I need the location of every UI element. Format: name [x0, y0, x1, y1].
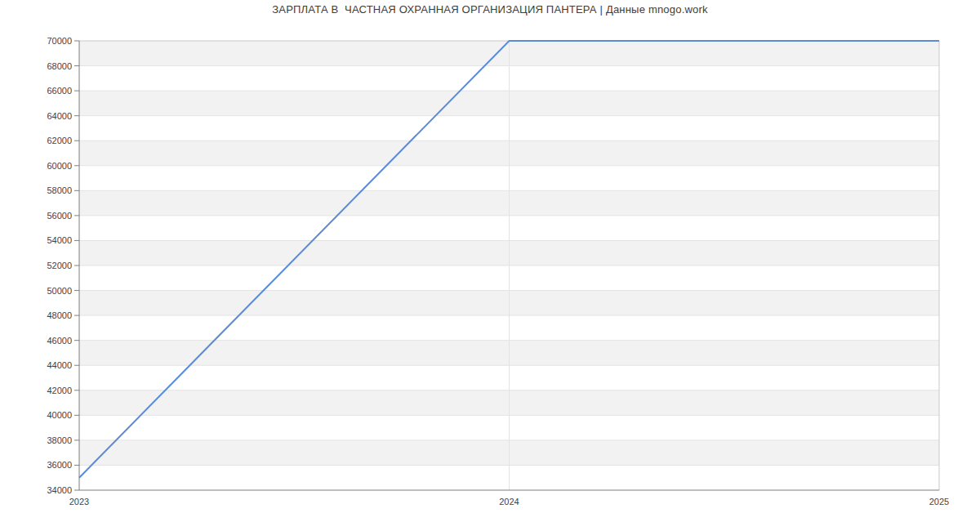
y-tick-label: 40000 [47, 410, 72, 420]
y-tick-label: 34000 [47, 485, 72, 495]
y-tick-label: 64000 [47, 111, 72, 121]
x-tick-label: 2025 [929, 497, 949, 506]
y-tick-label: 46000 [47, 336, 72, 346]
x-tick-label: 2023 [69, 497, 89, 506]
y-tick-label: 66000 [47, 86, 72, 96]
y-tick-label: 42000 [47, 386, 72, 395]
y-tick-label: 54000 [47, 235, 72, 245]
y-tick-label: 44000 [47, 360, 72, 370]
y-tick-label: 38000 [47, 435, 72, 445]
y-tick-label: 36000 [47, 460, 72, 470]
y-tick-label: 50000 [47, 286, 72, 296]
y-tick-label: 48000 [47, 310, 72, 320]
y-tick-label: 52000 [47, 261, 72, 270]
line-chart-canvas: 3400036000380004000042000440004600048000… [0, 0, 980, 531]
salary-chart-page: ЗАРПЛАТА В ЧАСТНАЯ ОХРАННАЯ ОРГАНИЗАЦИЯ … [0, 0, 980, 531]
y-tick-label: 68000 [47, 61, 72, 71]
x-tick-label: 2024 [499, 497, 519, 506]
y-tick-label: 62000 [47, 136, 72, 145]
y-tick-label: 60000 [47, 161, 72, 171]
y-tick-label: 70000 [47, 36, 72, 46]
y-tick-label: 56000 [47, 211, 72, 221]
y-tick-label: 58000 [47, 185, 72, 195]
